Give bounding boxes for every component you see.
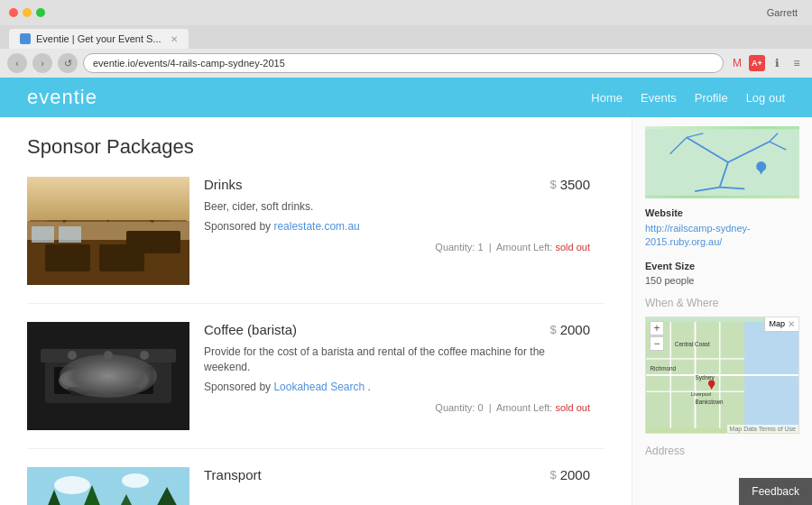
map-controls: + − (650, 321, 664, 351)
url-text: eventie.io/events/4-rails-camp-sydney-20… (93, 58, 285, 69)
transport-svg (27, 467, 189, 505)
qty-value-drinks: 1 (477, 242, 483, 252)
drinks-svg (27, 177, 189, 285)
svg-point-22 (115, 370, 147, 388)
reload-button[interactable]: ↺ (58, 53, 78, 73)
svg-rect-13 (59, 226, 81, 243)
maximize-dot[interactable] (36, 8, 45, 17)
package-header-coffee: Coffee (barista) $ 2000 (204, 322, 590, 337)
page-title: Sponsor Packages (27, 135, 604, 159)
window-controls (9, 8, 45, 17)
amt-label-drinks: Amount Left: (496, 242, 552, 252)
settings-icon[interactable]: ≡ (789, 55, 805, 71)
address-bar[interactable]: eventie.io/events/4-rails-camp-sydney-20… (83, 53, 724, 73)
ext-icon-1[interactable]: A+ (749, 55, 765, 71)
amt-value-drinks: sold out (555, 242, 590, 252)
sidebar-website-url[interactable]: http://railscamp-sydney-2015.ruby.org.au… (645, 222, 799, 250)
sidebar-event-size-value: 150 people (645, 275, 799, 286)
package-header-transport: Transport $ 2000 (204, 467, 590, 482)
svg-rect-9 (45, 244, 90, 271)
sidebar-when-where: When & Where (645, 297, 799, 434)
google-map[interactable]: Central Coast Richmond Sydney Bankstown … (645, 317, 799, 434)
svg-rect-11 (126, 231, 180, 253)
venue-svg (645, 126, 799, 198)
package-image-transport (27, 467, 189, 505)
tab-close-icon[interactable]: ✕ (171, 34, 178, 44)
price-symbol-coffee: $ (549, 323, 556, 336)
package-desc-coffee: Provide for the cost of a barista and re… (204, 344, 590, 375)
svg-point-29 (68, 351, 77, 360)
svg-rect-25 (70, 389, 83, 396)
map-footer: Map Data Terms of Use (727, 425, 798, 433)
svg-rect-1 (27, 177, 189, 222)
back-button[interactable]: ‹ (7, 53, 27, 73)
coffee-svg (27, 322, 189, 430)
package-details-drinks: Drinks $ 3500 Beer, cider, soft drinks. … (189, 177, 604, 285)
svg-point-40 (54, 476, 90, 494)
package-price-drinks: $ 3500 (549, 177, 590, 192)
svg-point-31 (140, 351, 149, 360)
package-details-coffee: Coffee (barista) $ 2000 Provide for the … (189, 322, 604, 430)
svg-point-30 (104, 351, 113, 360)
qty-value-coffee: 0 (477, 402, 483, 413)
sponsor-link-drinks[interactable]: realestate.com.au (273, 220, 359, 233)
ext-icon-2[interactable]: ℹ (769, 55, 785, 71)
nav-profile[interactable]: Profile (695, 91, 728, 105)
svg-text:Richmond: Richmond (651, 365, 677, 372)
svg-rect-26 (122, 387, 140, 391)
page-content: eventie Home Events Profile Log out Spon… (0, 78, 812, 505)
svg-marker-3 (45, 190, 171, 222)
package-header-drinks: Drinks $ 3500 (204, 177, 590, 192)
sidebar: Website http://railscamp-sydney-2015.rub… (632, 117, 812, 505)
package-qty-coffee: Quantity: 0 | Amount Left: sold out (204, 402, 590, 413)
main-layout: Sponsor Packages (0, 117, 812, 505)
amt-value-coffee: sold out (555, 402, 590, 413)
svg-text:Central Coast: Central Coast (675, 341, 710, 347)
price-value-transport: 2000 (560, 467, 590, 482)
browser-toolbar: ‹ › ↺ eventie.io/events/4-rails-camp-syd… (0, 49, 812, 78)
svg-rect-17 (108, 367, 153, 394)
price-symbol: $ (549, 178, 556, 191)
sidebar-website-label: Website (645, 207, 799, 218)
svg-marker-2 (27, 186, 189, 222)
minimize-dot[interactable] (23, 8, 32, 17)
sidebar-venue-image (645, 126, 799, 198)
svg-point-41 (122, 473, 149, 488)
sidebar-address: Address (645, 445, 799, 457)
tab-favicon (20, 33, 31, 44)
map-zoom-in[interactable]: + (650, 321, 664, 335)
site-logo[interactable]: eventie (27, 86, 591, 109)
nav-events[interactable]: Events (641, 91, 677, 105)
browser-tab[interactable]: Eventie | Get your Event S... ✕ (9, 29, 189, 49)
svg-line-4 (63, 186, 108, 222)
package-name-drinks: Drinks (204, 177, 243, 192)
gmail-icon[interactable]: M (729, 55, 745, 71)
map-zoom-out[interactable]: − (650, 336, 664, 351)
svg-rect-42 (645, 129, 799, 196)
svg-point-18 (59, 370, 95, 391)
map-title-bar: Map ✕ (764, 317, 798, 332)
sidebar-when-where-label: When & Where (645, 297, 799, 309)
package-price-transport: $ 2000 (549, 467, 590, 482)
package-name-transport: Transport (204, 467, 262, 482)
package-image-drinks (27, 177, 189, 285)
package-details-transport: Transport $ 2000 (189, 467, 604, 505)
svg-rect-15 (45, 358, 171, 403)
package-image-coffee (27, 322, 189, 430)
close-dot[interactable] (9, 8, 18, 17)
feedback-button[interactable]: Feedback (739, 478, 812, 505)
map-background: Central Coast Richmond Sydney Bankstown … (646, 317, 798, 433)
svg-text:Sydney: Sydney (696, 373, 715, 381)
package-item: Drinks $ 3500 Beer, cider, soft drinks. … (27, 177, 604, 304)
forward-button[interactable]: › (32, 53, 52, 73)
nav-logout[interactable]: Log out (746, 91, 785, 105)
map-close-icon[interactable]: ✕ (788, 319, 795, 329)
price-value-coffee: 2000 (560, 322, 590, 337)
sponsor-link-coffee[interactable]: Lookahead Search (273, 381, 364, 393)
package-desc-drinks: Beer, cider, soft drinks. (204, 199, 590, 215)
sidebar-address-label: Address (645, 445, 799, 457)
toolbar-icons: M A+ ℹ ≡ (729, 55, 805, 71)
nav-home[interactable]: Home (591, 91, 623, 105)
content-area: Sponsor Packages (0, 117, 632, 505)
sponsored-by-coffee: Sponsored by Lookahead Search . (204, 381, 590, 393)
